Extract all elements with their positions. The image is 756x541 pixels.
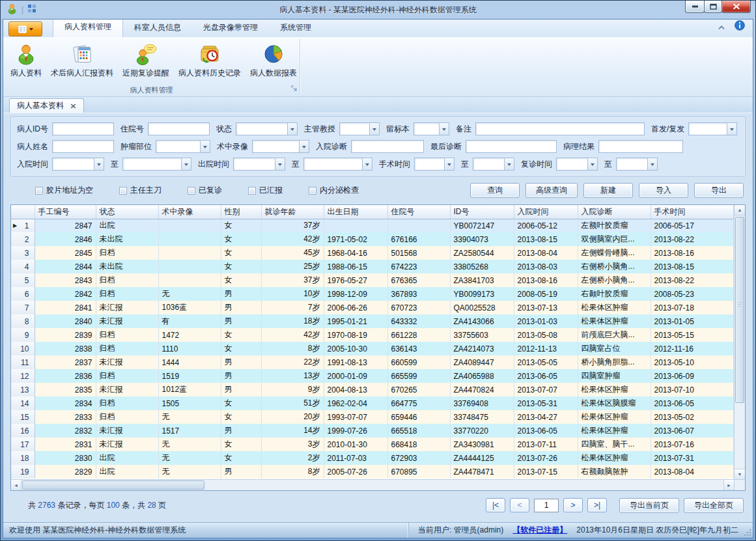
ribbon-tab-3[interactable]: 光盘录像带管理 — [192, 19, 269, 37]
filter-checkbox-4[interactable]: 已汇报 — [248, 185, 283, 196]
filter-input[interactable] — [52, 122, 114, 135]
action-button-1[interactable]: 查询 — [470, 183, 520, 198]
column-header[interactable]: 术中录像 — [158, 205, 221, 219]
action-button-4[interactable]: 导入 — [639, 183, 688, 198]
filter-combo[interactable] — [414, 158, 455, 171]
filter-combo[interactable] — [236, 122, 298, 135]
ribbon-button-1[interactable]: 病人资料 — [6, 40, 46, 80]
tab-close-icon[interactable] — [70, 102, 76, 111]
ribbon-tab-2[interactable]: 科室人员信息 — [123, 19, 192, 37]
page-number-input[interactable]: 1 — [534, 499, 559, 512]
table-row[interactable]: 192829出院无男8岁2005-07-26670895ZA4478471201… — [11, 465, 734, 479]
filter-input[interactable] — [475, 122, 645, 135]
combo-arrow-icon[interactable] — [94, 158, 104, 170]
ribbon-tab-4[interactable]: 系统管理 — [269, 19, 322, 37]
next-page-button[interactable]: > — [563, 498, 583, 512]
table-row[interactable]: 42844未出院女25岁1988-06-15674223338052682013… — [11, 260, 734, 273]
combo-arrow-icon[interactable] — [287, 123, 297, 135]
table-row[interactable]: 132835未汇报1012蓝男9岁2004-08-13670265ZA44708… — [11, 383, 734, 396]
table-row[interactable]: 72841未汇报1036蓝男7岁2006-06-26670723QA002552… — [11, 301, 734, 314]
filter-checkbox-1[interactable]: 胶片地址为空 — [35, 185, 93, 196]
combo-arrow-icon[interactable] — [439, 123, 449, 135]
app-menu-button[interactable] — [8, 21, 42, 36]
minimize-button[interactable] — [685, 1, 705, 13]
ribbon-button-5[interactable]: 病人数据报表 — [245, 40, 301, 80]
table-row[interactable]: ▶12847出院女37岁YB00721472006-05-12左额叶胶质瘤200… — [11, 219, 734, 232]
prev-page-button[interactable]: < — [510, 498, 529, 512]
combo-arrow-icon[interactable] — [362, 158, 372, 170]
filter-combo[interactable] — [303, 158, 372, 171]
filter-combo[interactable] — [339, 122, 380, 135]
document-tab[interactable]: 病人基本资料 — [9, 98, 84, 113]
info-icon[interactable] — [735, 20, 745, 33]
column-header[interactable]: 出生日期 — [324, 205, 387, 219]
column-header[interactable]: 手术时间 — [651, 205, 734, 219]
ribbon-button-2[interactable]: 术后病人汇报资料 — [46, 40, 118, 80]
vertical-scrollbar[interactable]: ▲ ▼ — [734, 205, 745, 479]
filter-combo[interactable] — [413, 122, 449, 135]
filter-combo[interactable] — [556, 158, 598, 171]
table-row[interactable]: 182830出院无女2岁2011-07-03672903ZA4444125201… — [11, 451, 734, 465]
table-row[interactable]: 22846未出院女42岁1971-05-02676166339040732013… — [11, 232, 734, 246]
action-button-3[interactable]: 新建 — [583, 183, 633, 198]
table-row[interactable]: 152833归档无女20岁1993-07-0765944633748475201… — [11, 410, 734, 424]
column-header[interactable]: ID号 — [450, 205, 514, 219]
resize-grip-icon[interactable] — [744, 529, 751, 536]
table-row[interactable]: 162832未汇报1517男14岁1999-07-266655183377022… — [11, 424, 734, 437]
combo-arrow-icon[interactable] — [299, 141, 309, 152]
filter-input[interactable] — [351, 140, 424, 153]
ribbon-button-4[interactable]: 病人资料历史记录 — [174, 40, 245, 80]
export-all-pages-button[interactable]: 导出全部页 — [684, 498, 744, 513]
table-row[interactable]: 112837未汇报1444男22岁1991-08-13660599ZA40894… — [11, 355, 734, 369]
filter-combo[interactable] — [473, 158, 514, 171]
column-header[interactable]: 手工编号 — [35, 205, 96, 219]
filter-combo[interactable] — [688, 122, 737, 135]
quick-access-icon[interactable] — [27, 4, 36, 16]
filter-input[interactable] — [148, 122, 210, 135]
action-button-5[interactable]: 导出 — [694, 183, 744, 198]
column-header[interactable]: 就诊年龄 — [261, 205, 324, 219]
column-header[interactable]: 入院时间 — [514, 205, 578, 219]
column-header[interactable]: 入院诊断 — [578, 205, 651, 219]
combo-arrow-icon[interactable] — [369, 123, 379, 135]
last-page-button[interactable]: >| — [587, 498, 607, 512]
combo-arrow-icon[interactable] — [504, 158, 514, 170]
horizontal-scroll-thumb[interactable] — [22, 480, 204, 490]
table-row[interactable]: 172831未汇报无女3岁2010-01-30668418ZA343098120… — [11, 437, 734, 451]
filter-input[interactable] — [52, 140, 114, 153]
ribbon-tab-1[interactable]: 病人资料管理 — [53, 19, 123, 37]
table-row[interactable]: 102838归档1110女8岁2005-10-30636143ZA4214073… — [11, 342, 734, 355]
table-row[interactable]: 52843归档女37岁1976-05-27676365ZA38417032013… — [11, 273, 734, 287]
column-header[interactable]: 性别 — [221, 205, 261, 219]
combo-arrow-icon[interactable] — [727, 123, 736, 135]
table-row[interactable]: 32845归档女45岁1968-04-16501568ZA25805442013… — [11, 246, 734, 260]
table-row[interactable]: 122836归档1519男13岁2000-01-09665599ZA406598… — [11, 369, 734, 383]
filter-combo[interactable] — [122, 158, 191, 171]
combo-arrow-icon[interactable] — [181, 158, 191, 170]
combo-arrow-icon[interactable] — [647, 158, 657, 170]
scroll-down-icon[interactable]: ▼ — [735, 469, 745, 479]
table-row[interactable]: 82840未汇报有男18岁1995-01-21643332ZA414306620… — [11, 314, 734, 328]
vertical-scroll-thumb[interactable] — [735, 217, 744, 403]
horizontal-scrollbar[interactable]: ◄ ► — [11, 479, 734, 490]
export-current-page-button[interactable]: 导出当前页 — [619, 498, 679, 513]
filter-checkbox-2[interactable]: 主任主刀 — [119, 185, 161, 196]
first-page-button[interactable]: |< — [486, 498, 505, 512]
filter-input[interactable] — [598, 140, 683, 153]
combo-arrow-icon[interactable] — [200, 141, 210, 152]
filter-checkbox-5[interactable]: 内分泌检查 — [309, 185, 359, 196]
filter-combo[interactable] — [156, 140, 210, 153]
close-button[interactable] — [721, 1, 751, 13]
column-header[interactable]: 状态 — [96, 205, 158, 219]
table-row[interactable]: 142834归档1505女51岁1962-02-0466477533769408… — [11, 396, 734, 410]
table-row[interactable]: 62842归档无男10岁1998-12-09367893YB0099173200… — [11, 287, 734, 301]
combo-arrow-icon[interactable] — [587, 158, 597, 170]
filter-combo[interactable] — [233, 158, 285, 171]
collapse-ribbon-icon[interactable] — [718, 21, 725, 33]
scroll-right-icon[interactable]: ► — [723, 480, 734, 490]
combo-arrow-icon[interactable] — [275, 158, 285, 170]
filter-input[interactable] — [466, 140, 557, 153]
ribbon-button-3[interactable]: 近期复诊提醒 — [118, 40, 174, 80]
scroll-up-icon[interactable]: ▲ — [735, 205, 745, 215]
combo-arrow-icon[interactable] — [444, 158, 454, 170]
